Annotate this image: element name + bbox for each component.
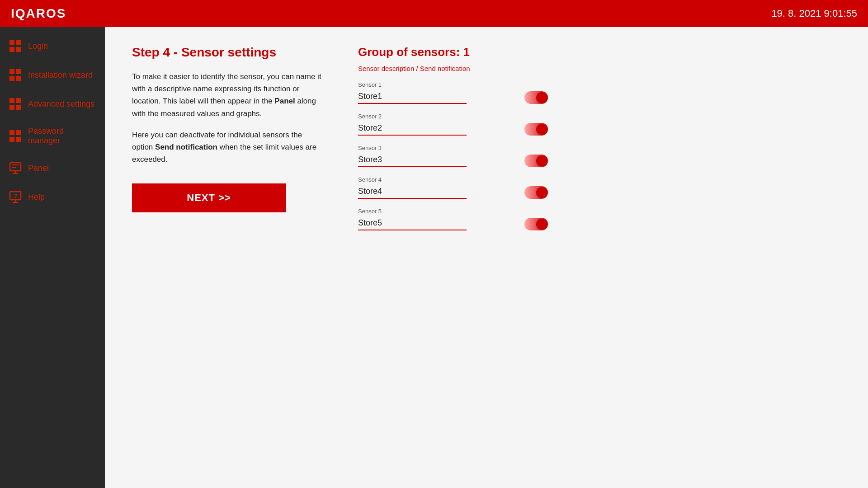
sensor-input-3[interactable] (358, 153, 467, 167)
svg-rect-6 (9, 76, 14, 81)
sidebar-item-password-manager[interactable]: Password manager (0, 118, 105, 154)
sidebar-item-login[interactable]: Login (0, 32, 105, 61)
toggle-track-5 (524, 218, 548, 230)
sidebar: Login Installation wizard Advanced setti… (0, 27, 105, 488)
sensor-row: Sensor 5 (358, 208, 548, 230)
sensor-toggle-1[interactable] (524, 91, 548, 104)
svg-rect-9 (16, 98, 21, 103)
toggle-track-3 (524, 155, 548, 167)
svg-rect-11 (16, 105, 21, 110)
toggle-thumb-3 (536, 155, 547, 166)
toggle-thumb-5 (536, 219, 547, 230)
group-title: Group of sensors: 1 (358, 45, 548, 59)
svg-rect-10 (9, 105, 14, 110)
svg-rect-14 (9, 137, 14, 142)
help-icon: ? (9, 191, 22, 203)
toggle-track-2 (524, 123, 548, 136)
sensor-row: Sensor 4 (358, 176, 548, 199)
sensor-row: Sensor 2 (358, 113, 548, 136)
sidebar-label-password-manager: Password manager (28, 127, 96, 145)
svg-rect-3 (16, 47, 21, 52)
content-area: Step 4 - Sensor settings To make it easi… (105, 27, 868, 488)
sidebar-label-installation-wizard: Installation wizard (28, 70, 93, 80)
svg-rect-5 (16, 69, 21, 74)
datetime-display: 19. 8. 2021 9:01:55 (771, 8, 857, 19)
sensor-input-4[interactable] (358, 185, 467, 199)
sensor-label-3: Sensor 3 (358, 145, 515, 151)
svg-rect-13 (16, 130, 21, 135)
toggle-thumb-1 (536, 92, 547, 103)
step-desc-bold1: Panel (274, 97, 295, 105)
sensor-field-1: Sensor 1 (358, 81, 515, 104)
sensor-label-5: Sensor 5 (358, 208, 515, 215)
sensor-rows: Sensor 1 Sensor 2 Sensor 3 (358, 81, 548, 230)
svg-rect-15 (16, 137, 21, 142)
svg-rect-8 (9, 98, 14, 103)
sidebar-item-help[interactable]: ? Help (0, 183, 105, 211)
sensor-field-5: Sensor 5 (358, 208, 515, 230)
sidebar-label-help: Help (28, 192, 45, 202)
next-button[interactable]: NEXT >> (132, 183, 286, 212)
app-logo: IQAROS (11, 6, 66, 21)
step-description-2: Here you can deactivate for individual s… (132, 129, 322, 166)
sidebar-item-installation-wizard[interactable]: Installation wizard (0, 61, 105, 89)
sensor-field-2: Sensor 2 (358, 113, 515, 136)
sensor-label-2: Sensor 2 (358, 113, 515, 120)
sidebar-label-panel: Panel (28, 164, 49, 173)
toggle-track-4 (524, 186, 548, 199)
svg-rect-12 (9, 130, 14, 135)
toggle-thumb-2 (536, 124, 547, 135)
right-panel: Group of sensors: 1 Sensor description /… (358, 45, 548, 470)
sensor-row: Sensor 1 (358, 81, 548, 104)
toggle-thumb-4 (536, 187, 547, 198)
panel-icon (9, 162, 22, 174)
toggle-track-1 (524, 91, 548, 104)
sensor-toggle-2[interactable] (524, 123, 548, 136)
sensor-label-1: Sensor 1 (358, 81, 515, 88)
grid-icon-4 (9, 130, 22, 142)
sensor-section-label: Sensor description / Send notification (358, 65, 548, 72)
svg-rect-2 (9, 47, 14, 52)
svg-rect-0 (9, 40, 14, 45)
sensor-input-1[interactable] (358, 90, 467, 104)
topbar: IQAROS 19. 8. 2021 9:01:55 (0, 0, 868, 27)
svg-rect-7 (16, 76, 21, 81)
sensor-toggle-5[interactable] (524, 218, 548, 230)
grid-icon-3 (9, 98, 22, 110)
sidebar-item-advanced-settings[interactable]: Advanced settings (0, 89, 105, 118)
grid-icon (9, 40, 22, 52)
sensor-input-2[interactable] (358, 122, 467, 136)
step-description-1: To make it easier to identify the sensor… (132, 70, 322, 120)
sensor-field-3: Sensor 3 (358, 145, 515, 167)
sensor-row: Sensor 3 (358, 145, 548, 167)
sidebar-label-login: Login (28, 42, 48, 51)
sensor-input-5[interactable] (358, 216, 467, 230)
sidebar-item-panel[interactable]: Panel (0, 154, 105, 183)
svg-rect-1 (16, 40, 21, 45)
step-desc-bold2: Send notification (155, 143, 217, 151)
grid-icon-2 (9, 69, 22, 81)
svg-text:?: ? (14, 192, 17, 199)
sidebar-label-advanced-settings: Advanced settings (28, 99, 94, 109)
svg-rect-16 (10, 163, 21, 171)
svg-rect-4 (9, 69, 14, 74)
sensor-field-4: Sensor 4 (358, 176, 515, 199)
left-panel: Step 4 - Sensor settings To make it easi… (132, 45, 322, 470)
sensor-label-4: Sensor 4 (358, 176, 515, 183)
sensor-toggle-3[interactable] (524, 155, 548, 167)
main-layout: Login Installation wizard Advanced setti… (0, 27, 868, 488)
step-title: Step 4 - Sensor settings (132, 45, 322, 60)
sensor-toggle-4[interactable] (524, 186, 548, 199)
